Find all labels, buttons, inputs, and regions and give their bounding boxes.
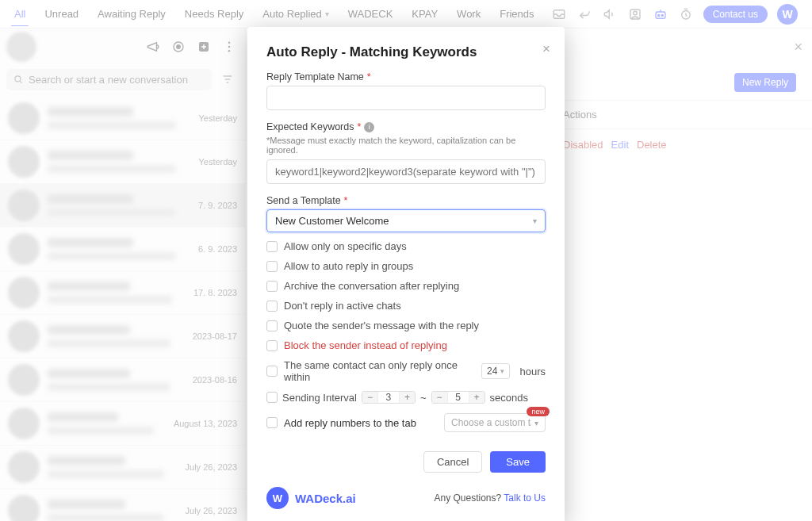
checkbox-icon[interactable] — [266, 281, 278, 292]
checkbox-icon[interactable] — [266, 320, 278, 331]
send-template-select[interactable]: New Customer Welcome ▾ — [266, 209, 546, 232]
checkbox-icon[interactable] — [266, 366, 278, 377]
check-in-groups[interactable]: Allow to auto reply in groups — [266, 260, 546, 272]
checkbox-icon[interactable] — [266, 241, 278, 252]
brand-name: WADeck.ai — [295, 492, 356, 505]
interval-max-stepper[interactable]: − 5 + — [431, 391, 485, 404]
check-no-active[interactable]: Don't reply in active chats — [266, 300, 546, 312]
brand-logo-icon: W — [266, 487, 289, 509]
info-icon[interactable]: i — [364, 122, 374, 132]
decrement-button[interactable]: − — [432, 392, 448, 403]
interval-label: Sending Interval — [282, 392, 357, 404]
auto-reply-modal: × Auto Reply - Matching Keywords Reply T… — [247, 27, 565, 521]
talk-to-us-link[interactable]: Talk to Us — [504, 492, 546, 504]
keywords-input[interactable] — [266, 159, 546, 184]
chevron-down-icon: ▾ — [533, 216, 537, 225]
template-name-label: Reply Template Name — [266, 71, 364, 82]
check-specific-days[interactable]: Allow only on specific days — [266, 240, 546, 252]
brand-question: Any Questions? — [434, 492, 501, 504]
decrement-button[interactable]: − — [362, 392, 378, 403]
send-template-label: Send a Template — [266, 195, 341, 206]
checkbox-icon[interactable] — [266, 417, 278, 428]
check-quote[interactable]: Quote the sender's message with the repl… — [266, 320, 546, 331]
modal-title: Auto Reply - Matching Keywords — [266, 44, 546, 60]
checkbox-icon[interactable] — [266, 340, 278, 351]
keywords-hint: *Message must exactly match the keyword,… — [266, 136, 546, 155]
chevron-down-icon: ▾ — [534, 419, 538, 427]
add-numbers-label: Add reply numbers to the tab — [284, 417, 416, 429]
close-icon[interactable]: × — [542, 41, 550, 57]
hours-select[interactable]: 24▾ — [481, 363, 510, 379]
interval-max-value: 5 — [448, 392, 469, 403]
increment-button[interactable]: + — [469, 392, 485, 403]
checkbox-icon[interactable] — [266, 301, 278, 312]
save-button[interactable]: Save — [490, 451, 546, 473]
check-block[interactable]: Block the sender instead of replying — [266, 339, 546, 351]
interval-min-value: 3 — [378, 392, 399, 403]
template-name-input[interactable] — [266, 86, 546, 110]
keywords-label: Expected Keywords — [266, 121, 354, 132]
interval-min-stepper[interactable]: − 3 + — [362, 391, 416, 404]
checkbox-icon[interactable] — [266, 261, 278, 272]
new-badge: new — [527, 407, 550, 416]
choose-tab-select[interactable]: new Choose a custom tab ▾ — [444, 413, 546, 432]
cancel-button[interactable]: Cancel — [423, 451, 482, 473]
checkbox-icon[interactable] — [266, 392, 278, 403]
chevron-down-icon: ▾ — [500, 367, 504, 375]
check-same-contact[interactable]: The same contact can only reply once wit… — [266, 359, 546, 383]
increment-button[interactable]: + — [399, 392, 415, 403]
check-archive[interactable]: Archive the conversation after replying — [266, 280, 546, 292]
